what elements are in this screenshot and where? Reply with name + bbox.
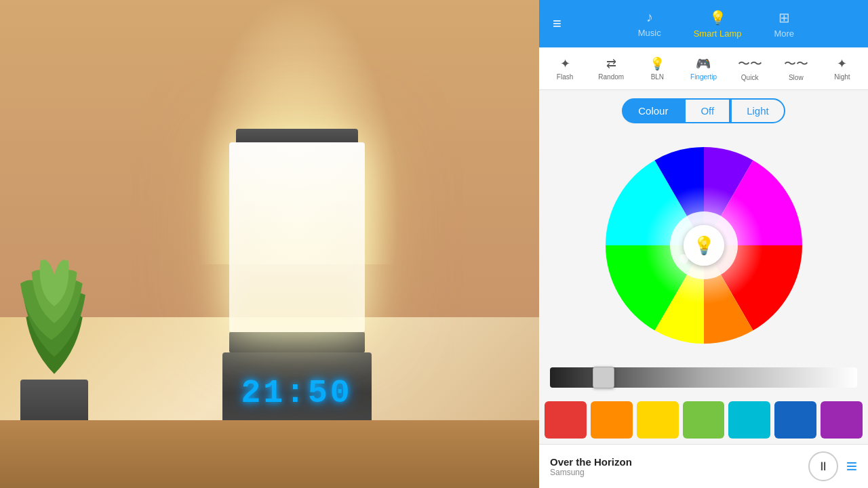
player-controls: ⏸ ≡ xyxy=(808,451,857,481)
mode-flash[interactable]: ✦ Flash xyxy=(542,54,588,83)
fingertip-icon: 🎮 xyxy=(696,56,711,71)
mode-random[interactable]: ⇄ Random xyxy=(588,54,634,83)
app-section: ≡ ♪ Music 💡 Smart Lamp ⊞ More ✦ Flash ⇄ … xyxy=(539,0,868,488)
player-pause-button[interactable]: ⏸ xyxy=(808,451,838,481)
flash-label: Flash xyxy=(557,73,573,81)
color-wheel[interactable]: 💡 xyxy=(606,147,802,344)
preset-green[interactable] xyxy=(683,401,725,439)
bln-icon: 💡 xyxy=(650,56,665,71)
player-title: Over the Horizon xyxy=(550,456,800,468)
mode-bar: ✦ Flash ⇄ Random 💡 BLN 🎮 Fingertip 〜〜 Qu… xyxy=(539,47,868,90)
lamp-decoration: 21:50 xyxy=(229,129,365,434)
tab-more[interactable]: ⊞ More xyxy=(757,4,810,44)
top-navigation: ≡ ♪ Music 💡 Smart Lamp ⊞ More xyxy=(539,0,868,47)
more-grid-icon: ⊞ xyxy=(778,9,790,26)
toggle-row: Colour Off Light xyxy=(539,90,868,129)
preset-orange[interactable] xyxy=(591,401,633,439)
slider-container xyxy=(539,362,868,396)
player-list-button[interactable]: ≡ xyxy=(846,455,857,477)
preset-purple[interactable] xyxy=(821,401,863,439)
toggle-light[interactable]: Light xyxy=(730,98,785,123)
tab-more-label: More xyxy=(774,28,794,39)
clock-display: 21:50 xyxy=(241,375,352,411)
preset-blue[interactable] xyxy=(774,401,816,439)
mode-bln[interactable]: 💡 BLN xyxy=(634,54,680,83)
nav-tabs: ♪ Music 💡 Smart Lamp ⊞ More xyxy=(570,4,863,44)
music-icon: ♪ xyxy=(646,9,653,25)
toggle-colour[interactable]: Colour xyxy=(622,98,684,123)
fingertip-label: Fingertip xyxy=(690,73,717,81)
tab-smart-lamp-label: Smart Lamp xyxy=(694,28,742,39)
table-surface xyxy=(0,420,539,488)
quick-label: Quick xyxy=(741,74,759,81)
color-wheel-container: 💡 xyxy=(539,129,868,362)
flash-icon: ✦ xyxy=(560,56,570,71)
smart-lamp-icon: 💡 xyxy=(709,9,726,26)
mode-slow[interactable]: 〜〜 Slow xyxy=(773,53,819,84)
photo-section: 21:50 xyxy=(0,0,539,488)
color-selector-dot xyxy=(679,254,688,264)
preset-red[interactable] xyxy=(545,401,587,439)
random-label: Random xyxy=(598,73,624,81)
plant-decoration xyxy=(20,237,88,434)
tab-music-label: Music xyxy=(638,28,661,38)
slow-label: Slow xyxy=(789,74,804,81)
player-artist: Samsung xyxy=(550,468,800,477)
toggle-off[interactable]: Off xyxy=(684,98,730,123)
color-wheel-center[interactable]: 💡 xyxy=(684,225,724,266)
night-icon: ✦ xyxy=(837,56,847,71)
quick-icon: 〜〜 xyxy=(738,56,762,72)
lamp-center-icon: 💡 xyxy=(693,235,715,256)
preset-yellow[interactable] xyxy=(637,401,679,439)
tab-music[interactable]: ♪ Music xyxy=(622,4,677,44)
color-presets xyxy=(539,396,868,444)
preset-cyan[interactable] xyxy=(728,401,770,439)
mode-quick[interactable]: 〜〜 Quick xyxy=(727,53,773,84)
bln-label: BLN xyxy=(651,73,664,81)
brightness-slider[interactable] xyxy=(550,367,857,388)
mode-night[interactable]: ✦ Night xyxy=(819,54,865,83)
player-info: Over the Horizon Samsung xyxy=(550,456,800,477)
player-bar: Over the Horizon Samsung ⏸ ≡ xyxy=(539,444,868,488)
menu-button[interactable]: ≡ xyxy=(545,11,570,37)
mode-fingertip[interactable]: 🎮 Fingertip xyxy=(680,54,726,83)
tab-smart-lamp[interactable]: 💡 Smart Lamp xyxy=(677,4,758,44)
slow-icon: 〜〜 xyxy=(784,56,808,72)
random-icon: ⇄ xyxy=(606,56,616,71)
night-label: Night xyxy=(834,73,850,81)
